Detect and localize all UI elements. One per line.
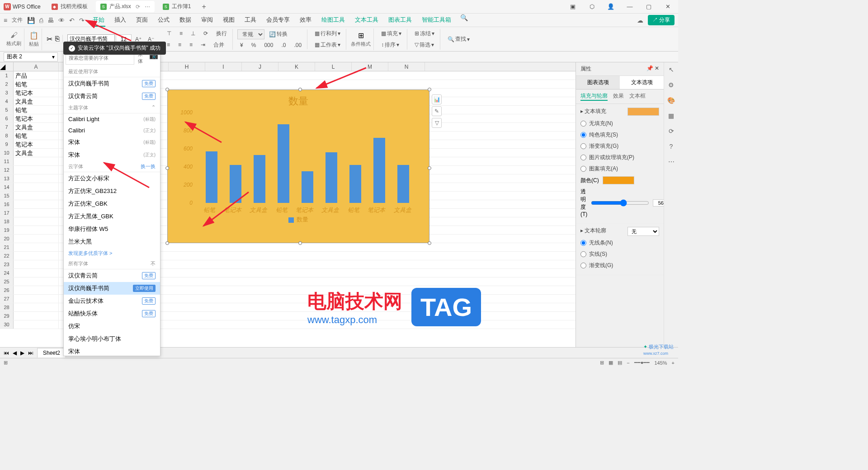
sort-button[interactable]: ↕ 排序 ▾: [378, 40, 404, 50]
cell[interactable]: 文具盒: [14, 123, 59, 131]
row-header[interactable]: 8: [0, 132, 14, 140]
pin-icon[interactable]: 📌: [646, 65, 653, 71]
format-brush-icon[interactable]: 🖌: [10, 31, 18, 39]
redo-icon[interactable]: ↷: [79, 17, 85, 24]
font-item[interactable]: 汉仪青云简免费: [64, 269, 160, 282]
gradient-line-radio[interactable]: 渐变线(G): [580, 260, 659, 271]
align-right-icon[interactable]: ≡: [187, 40, 195, 50]
font-item[interactable]: 宋体: [64, 345, 160, 356]
zoom-slider[interactable]: ━━●━━: [634, 360, 650, 366]
row-header[interactable]: 18: [0, 217, 14, 226]
col-header[interactable]: J: [242, 62, 278, 71]
gradient-fill-radio[interactable]: 渐变填充(G): [580, 141, 659, 152]
layers-icon[interactable]: ▦: [667, 112, 676, 121]
row-header[interactable]: 7: [0, 123, 14, 131]
chart-bar[interactable]: [206, 151, 217, 203]
font-item[interactable]: 掌心埃小明小布丁体: [64, 333, 160, 345]
cloud-icon[interactable]: ☁: [637, 17, 643, 24]
col-header[interactable]: L: [315, 62, 352, 71]
save-icon[interactable]: 💾: [27, 17, 35, 24]
filter-button[interactable]: ▽ 筛选 ▾: [412, 40, 437, 50]
menu-page[interactable]: 页面: [135, 14, 149, 27]
dec-inc-icon[interactable]: .0: [278, 41, 288, 49]
freeze-button[interactable]: ⊞ 冻结 ▾: [412, 29, 437, 38]
font-item[interactable]: Calibri Light(标题): [64, 113, 160, 125]
cell[interactable]: [14, 303, 59, 311]
menu-view[interactable]: 视图: [222, 14, 236, 27]
row-header[interactable]: 30: [0, 320, 14, 329]
zoom-out-icon[interactable]: −: [627, 360, 629, 366]
select-all-corner[interactable]: ◢: [0, 62, 14, 71]
orientation-icon[interactable]: ⟳: [201, 29, 211, 38]
row-header[interactable]: 1: [0, 71, 14, 80]
text-outline-section[interactable]: ▸ 文本轮廓 无: [580, 227, 659, 235]
menu-tools[interactable]: 工具: [244, 14, 257, 27]
solid-line-radio[interactable]: 实线(S): [580, 249, 659, 260]
font-item[interactable]: 仿宋: [64, 320, 160, 333]
cell[interactable]: 铅笔: [14, 106, 59, 114]
maximize-button[interactable]: ▢: [642, 3, 656, 10]
row-header[interactable]: 28: [0, 303, 14, 311]
cell[interactable]: [14, 295, 59, 303]
menu-review[interactable]: 审阅: [200, 14, 214, 27]
font-item[interactable]: 方正仿宋_GB2312: [64, 185, 160, 197]
file-menu[interactable]: 文件: [12, 16, 23, 24]
cell[interactable]: [14, 269, 59, 277]
find-button[interactable]: 🔍 查找 ▾: [445, 34, 472, 44]
preview-icon[interactable]: 👁: [58, 17, 65, 24]
cell[interactable]: 铅笔: [14, 80, 59, 88]
refresh-fonts[interactable]: 换一换: [141, 163, 156, 170]
pattern-fill-radio[interactable]: 图案填充(A): [580, 163, 659, 174]
cell[interactable]: 笔记本: [14, 140, 59, 148]
search-icon[interactable]: 🔍: [460, 14, 468, 27]
cell[interactable]: [14, 166, 59, 174]
zoom-in-icon[interactable]: +: [672, 360, 675, 366]
view-break-icon[interactable]: ▤: [618, 360, 622, 366]
cell[interactable]: [14, 157, 59, 165]
chart[interactable]: 数量 02004006008001000 铅笔笔记本文具盒铅笔笔记本文具盒铅笔笔…: [167, 89, 429, 243]
font-item[interactable]: 宋体(标题): [64, 136, 160, 149]
row-header[interactable]: 5: [0, 106, 14, 114]
font-item[interactable]: 汉仪尚巍手书简立即使用: [64, 282, 160, 295]
first-sheet-icon[interactable]: ⏮: [4, 350, 9, 356]
number-format-select[interactable]: 常规: [237, 29, 264, 39]
app-icon[interactable]: ▣: [566, 3, 580, 10]
font-item[interactable]: 宋体(正文): [64, 149, 160, 161]
row-header[interactable]: 9: [0, 140, 14, 148]
row-header[interactable]: 14: [0, 183, 14, 191]
cell[interactable]: [14, 320, 59, 329]
fill-outline-subtab[interactable]: 填充与轮廓: [580, 92, 608, 101]
cell[interactable]: [14, 217, 59, 226]
align-mid-icon[interactable]: ≡: [177, 29, 185, 38]
font-item[interactable]: 兰米大黑: [64, 235, 160, 248]
close-button[interactable]: ✕: [661, 3, 675, 10]
menu-start[interactable]: 开始: [92, 14, 105, 27]
menu-member[interactable]: 会员专享: [265, 14, 291, 27]
status-icon[interactable]: ⊞: [4, 360, 8, 366]
avatar-icon[interactable]: 👤: [604, 3, 618, 10]
chart-bar[interactable]: [302, 171, 313, 203]
row-header[interactable]: 29: [0, 312, 14, 320]
cell[interactable]: [14, 174, 59, 183]
row-header[interactable]: 20: [0, 235, 14, 243]
col-header[interactable]: M: [352, 62, 388, 71]
sheet-tab[interactable]: Sheet2: [37, 348, 66, 357]
row-header[interactable]: 26: [0, 286, 14, 294]
cell[interactable]: [14, 200, 59, 208]
chart-bar[interactable]: [373, 138, 385, 203]
chart-bar[interactable]: [230, 165, 241, 203]
help-icon[interactable]: ?: [667, 143, 676, 152]
cell[interactable]: 笔记本: [14, 89, 59, 97]
cell[interactable]: 文具盒: [14, 97, 59, 105]
chart-bar[interactable]: [278, 124, 289, 203]
cell[interactable]: [14, 252, 59, 260]
cell[interactable]: [14, 192, 59, 200]
more-icon[interactable]: ⋯: [667, 158, 676, 167]
textbox-subtab[interactable]: 文本框: [629, 92, 646, 101]
cell[interactable]: 文具盒: [14, 149, 59, 157]
view-page-icon[interactable]: ▦: [609, 360, 613, 366]
row-header[interactable]: 13: [0, 174, 14, 183]
paste-icon[interactable]: 📋: [29, 31, 38, 40]
row-header[interactable]: 3: [0, 89, 14, 97]
more-fonts-link[interactable]: 发现更多优质字体 >: [64, 248, 160, 258]
